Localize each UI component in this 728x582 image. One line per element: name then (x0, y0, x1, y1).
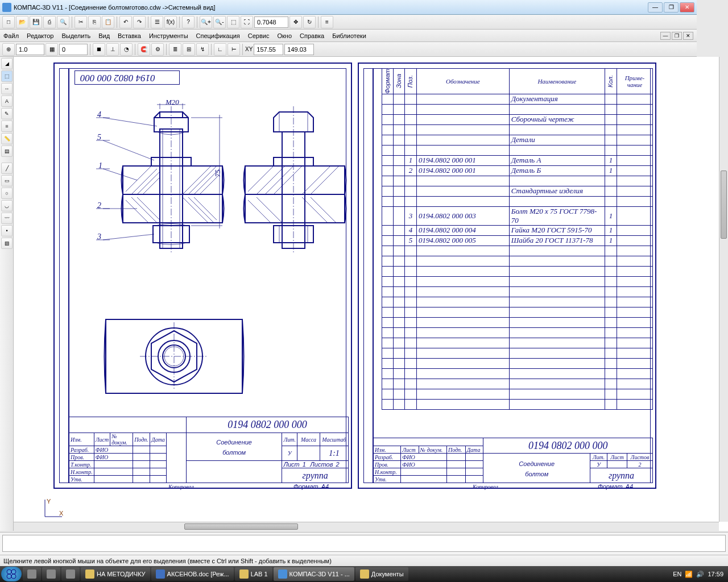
svg-line-27 (257, 166, 285, 194)
snap-settings-icon[interactable]: ⚙ (151, 43, 164, 56)
refresh-icon[interactable]: ↻ (303, 16, 316, 28)
specification-table: Формат Зона Поз. Обозначение Наименовани… (382, 68, 653, 410)
pan-icon[interactable]: ✥ (289, 16, 302, 28)
open-icon[interactable]: 📂 (16, 16, 28, 28)
rect-icon[interactable]: ▭ (1, 175, 13, 186)
current-state-toolbar: ⊕ ▦ ⏹ ⊥ ◔ 🧲 ⚙ ≣ ⊞ ↯ ∟ ⊢ XY (0, 42, 697, 57)
menu-select[interactable]: Выделить (61, 32, 90, 39)
variables-icon[interactable]: f(x) (164, 16, 177, 28)
svg-line-51 (103, 118, 157, 126)
paste-icon[interactable]: 📋 (102, 16, 114, 28)
hatch-icon[interactable]: ▨ (1, 238, 13, 249)
svg-line-4 (137, 172, 160, 194)
menu-view[interactable]: Вид (98, 32, 110, 39)
perp-icon[interactable]: ⊢ (228, 43, 240, 56)
minimize-button[interactable]: — (648, 2, 663, 13)
line-icon[interactable]: ╱ (1, 163, 13, 174)
layer-icon[interactable]: ▦ (46, 43, 58, 56)
grid-icon[interactable]: ⊞ (183, 43, 195, 56)
app-icon (2, 3, 11, 12)
menu-service[interactable]: Сервис (248, 32, 270, 39)
menu-window[interactable]: Окно (277, 32, 292, 39)
svg-rect-24 (245, 166, 345, 194)
ortho-icon[interactable]: ⊥ (106, 43, 119, 56)
mdi-minimize[interactable]: — (660, 32, 671, 40)
svg-line-2 (126, 166, 151, 192)
menu-spec[interactable]: Спецификация (196, 32, 240, 39)
standard-toolbar: □ 📂 💾 ⎙ 🔍 ✂ ⎘ 📋 ↶ ↷ ☰ f(x) ? 🔍+ 🔍- ⬚ ⛶ ✥… (0, 15, 697, 30)
menubar: Файл Редактор Выделить Вид Вставка Инстр… (0, 30, 697, 42)
snap-icon[interactable]: ⊕ (2, 43, 15, 56)
svg-line-30 (302, 166, 330, 194)
redo-icon[interactable]: ↷ (133, 16, 146, 28)
layers-icon[interactable]: ≡ (321, 16, 333, 28)
stop-icon[interactable]: ⏹ (93, 43, 105, 56)
select-icon[interactable]: ⬚ (1, 70, 13, 82)
canvas[interactable]: 0194 0802 000 000 (14, 57, 697, 531)
svg-line-34 (302, 197, 328, 223)
svg-line-9 (200, 174, 220, 194)
zoom-input[interactable] (254, 16, 288, 28)
mdi-close[interactable]: ✕ (683, 32, 693, 40)
menu-edit[interactable]: Редактор (27, 32, 53, 39)
undo-icon[interactable]: ↶ (119, 16, 132, 28)
svg-line-32 (248, 200, 271, 223)
new-icon[interactable]: □ (2, 16, 15, 28)
bolt-top-view (100, 308, 248, 410)
properties-icon[interactable]: ☰ (151, 16, 163, 28)
point-icon[interactable]: • (1, 225, 13, 236)
coord-x-input[interactable] (254, 44, 283, 55)
local-cs-icon[interactable]: ↯ (196, 43, 209, 56)
help-icon[interactable]: ? (182, 16, 195, 28)
angle-icon[interactable]: ∟ (214, 43, 226, 56)
snap-magnet-icon[interactable]: 🧲 (138, 43, 150, 56)
svg-rect-1 (123, 194, 222, 223)
text-icon[interactable]: A (1, 95, 13, 107)
print-icon[interactable]: ⎙ (43, 16, 56, 28)
zoom-window-icon[interactable]: ⬚ (227, 16, 239, 28)
svg-line-6 (183, 166, 211, 194)
menu-tools[interactable]: Инструменты (149, 32, 188, 39)
save-icon[interactable]: 💾 (30, 16, 42, 28)
zoom-in-icon[interactable]: 🔍+ (200, 16, 212, 28)
param-icon[interactable]: ≣ (169, 43, 181, 56)
geometry-icon[interactable]: ◢ (1, 58, 13, 69)
title-block-1: 0194 0802 000 000 Изм.Лист№ докум.Подп.Д… (69, 417, 349, 483)
dimensions-icon[interactable]: ↔ (1, 83, 13, 94)
horizontal-scrollbar[interactable] (14, 522, 697, 531)
svg-line-10 (126, 200, 148, 223)
svg-line-13 (183, 197, 208, 223)
edit-icon[interactable]: ✎ (1, 108, 13, 119)
layer-input[interactable] (59, 44, 88, 55)
coord-y-input[interactable] (284, 44, 314, 55)
copy-icon[interactable]: ⎘ (88, 16, 101, 28)
round-icon[interactable]: ◔ (120, 43, 133, 56)
origin-axes-icon: Y X (42, 497, 65, 519)
svg-line-15 (194, 197, 217, 220)
measure-icon[interactable]: 📏 (1, 133, 13, 144)
preview-icon[interactable]: 🔍 (57, 16, 69, 28)
menu-file[interactable]: Файл (3, 32, 19, 39)
command-panel (0, 532, 697, 555)
mdi-restore[interactable]: ❐ (672, 32, 682, 40)
zoom-out-icon[interactable]: 🔍- (213, 16, 226, 28)
svg-rect-0 (123, 166, 222, 194)
svg-line-14 (188, 197, 214, 223)
cut-icon[interactable]: ✂ (75, 16, 87, 28)
circle-icon[interactable]: ○ (1, 188, 13, 199)
svg-line-53 (103, 140, 154, 160)
maximize-button[interactable]: ❐ (664, 2, 679, 13)
spec-icon[interactable]: ▤ (1, 146, 13, 157)
menu-help[interactable]: Справка (300, 32, 324, 39)
zoom-fit-icon[interactable]: ⛶ (241, 16, 253, 28)
step-input[interactable] (16, 44, 44, 55)
title-text: КОМПАС-3D V11 - [Соединение болтомготово… (14, 4, 648, 11)
spline-icon[interactable]: 〰 (1, 213, 13, 224)
param2-icon[interactable]: ≡ (1, 120, 13, 132)
arc-icon[interactable]: ◡ (1, 200, 13, 211)
command-input[interactable] (2, 535, 697, 552)
menu-insert[interactable]: Вставка (118, 32, 141, 39)
menu-libs[interactable]: Библиотеки (332, 32, 366, 39)
close-button[interactable]: ✕ (680, 2, 694, 13)
bolt-assembly-drawing (69, 86, 353, 280)
